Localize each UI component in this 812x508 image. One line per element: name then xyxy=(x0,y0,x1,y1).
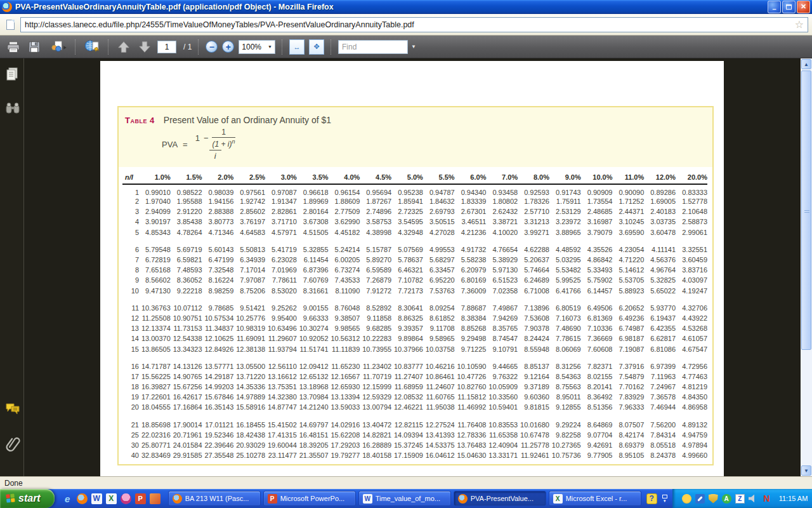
url-field[interactable]: http://classes.lanecc.edu/file.php/24555… xyxy=(20,17,808,32)
pva-value-cell: 6.95220 xyxy=(423,275,455,285)
column-header: 20.0% xyxy=(676,173,707,184)
pva-value-cell: 15.37245 xyxy=(391,440,423,450)
tray-messenger-icon[interactable] xyxy=(682,494,691,504)
pva-value-cell: 0.98039 xyxy=(202,184,234,196)
taskbar-task[interactable]: BA 213 W11 (Pasc... xyxy=(168,491,261,506)
ie-icon[interactable]: e xyxy=(62,493,73,504)
period-cell: 4 xyxy=(122,217,139,227)
tray-volume-icon[interactable] xyxy=(749,494,758,504)
pva-value-cell: 17.16864 xyxy=(171,402,202,412)
pva-value-cell: 11.93794 xyxy=(265,344,297,354)
vertical-scrollbar[interactable]: ▲ ▼ xyxy=(801,58,812,476)
word-icon: W xyxy=(363,494,372,504)
excel-icon[interactable]: X xyxy=(106,493,117,504)
page-number-input[interactable] xyxy=(157,41,176,53)
hide-icons-chevron[interactable]: ▼ xyxy=(662,495,667,503)
pva-value-cell: 13.57771 xyxy=(202,361,234,371)
pva-value-cell: 14.35336 xyxy=(233,382,265,392)
powerpoint-icon[interactable]: P xyxy=(135,493,146,504)
column-header: 7.0% xyxy=(486,173,518,184)
email-attachment-icon[interactable] xyxy=(47,39,69,55)
pva-value-cell: 2.67301 xyxy=(455,206,487,217)
help-icon[interactable]: ? xyxy=(646,493,657,504)
pva-value-cell: 11.29607 xyxy=(265,333,297,344)
zoom-level-select[interactable]: 100% ▼ xyxy=(239,40,275,54)
column-header: 9.0% xyxy=(549,173,581,184)
pva-value-cell: 17.22601 xyxy=(139,392,171,402)
pva-value-cell: 13.16612 xyxy=(265,371,297,382)
pva-value-cell: 13.86505 xyxy=(139,344,171,354)
pva-value-cell: 2.94099 xyxy=(139,206,171,217)
attachment-icon[interactable] xyxy=(4,436,21,452)
pva-value-cell: 7.54879 xyxy=(612,371,644,382)
scroll-up-icon[interactable]: ▲ xyxy=(801,59,811,69)
pva-value-cell: 9.42691 xyxy=(581,440,613,450)
pva-value-cell: 1.71252 xyxy=(612,196,644,206)
print-icon[interactable] xyxy=(5,39,22,55)
pva-value-cell: 4.23054 xyxy=(612,244,644,255)
bookmark-star-icon[interactable]: ☆ xyxy=(795,20,804,30)
pva-value-cell: 2.40183 xyxy=(644,206,676,217)
pva-value-cell: 8.53020 xyxy=(265,286,297,296)
taskbar-task[interactable]: WTime_value_of_mo... xyxy=(358,491,451,506)
search-binoculars-icon[interactable] xyxy=(4,100,21,117)
url-text[interactable]: http://classes.lanecc.edu/file.php/24555… xyxy=(25,20,791,29)
minimize-button[interactable]: – xyxy=(768,1,781,13)
tray-tools-icon[interactable] xyxy=(695,494,705,504)
fit-width-icon[interactable]: ↔ xyxy=(289,39,304,55)
pva-value-cell: 1.80802 xyxy=(486,196,518,206)
pva-value-cell: 9.76322 xyxy=(486,371,518,382)
zoom-in-icon[interactable]: + xyxy=(222,41,234,53)
pva-value-cell: 0.94340 xyxy=(455,184,487,196)
pva-value-cell: 6.20652 xyxy=(612,303,644,313)
toolbar-separator xyxy=(282,39,283,55)
taskbar-task[interactable]: PMicrosoft PowerPo... xyxy=(263,491,356,506)
tray-antivirus-icon[interactable]: A xyxy=(722,494,731,504)
pva-value-cell: 0.92593 xyxy=(518,184,549,196)
close-button[interactable]: ✕ xyxy=(797,1,810,13)
page-up-icon[interactable] xyxy=(115,39,132,55)
pva-value-cell: 17.90014 xyxy=(171,420,202,430)
pva-value-cell: 14.87747 xyxy=(265,402,297,412)
page-down-icon[interactable] xyxy=(136,39,153,55)
zoom-out-icon[interactable]: − xyxy=(206,41,218,53)
taskbar-clock[interactable]: 11:15 AM xyxy=(775,495,808,502)
tray-z-icon[interactable]: Z xyxy=(735,494,745,504)
pva-value-cell: 9.78685 xyxy=(202,303,234,313)
word-icon[interactable]: W xyxy=(91,493,102,504)
tray-novell-icon[interactable]: N xyxy=(762,494,771,504)
period-cell: 40 xyxy=(122,450,139,460)
find-dropdown-icon[interactable]: ▼ xyxy=(409,44,418,50)
pva-value-cell: 8.16224 xyxy=(202,275,234,285)
start-button[interactable]: start xyxy=(0,489,55,508)
pva-value-cell: 2.53129 xyxy=(549,206,581,217)
pva-value-cell: 7.56200 xyxy=(644,420,676,430)
pages-icon[interactable] xyxy=(4,66,21,83)
save-icon[interactable] xyxy=(26,39,43,55)
find-input[interactable] xyxy=(338,40,408,54)
comments-icon[interactable] xyxy=(4,400,21,417)
scrollbar-thumb[interactable] xyxy=(801,70,811,350)
restore-button[interactable] xyxy=(782,1,796,13)
pva-value-cell: 10.30274 xyxy=(297,323,329,333)
pva-value-cell: 1.97040 xyxy=(139,196,171,206)
open-in-viewer-icon[interactable] xyxy=(82,39,102,55)
tray-shield-icon[interactable] xyxy=(709,494,718,504)
fit-page-icon[interactable]: ✥ xyxy=(309,39,324,55)
pva-value-cell: 6.46321 xyxy=(391,265,423,275)
column-header: 1.5% xyxy=(171,173,202,184)
taskbar-task[interactable]: XMicrosoft Excel - r... xyxy=(549,491,641,506)
title-bar[interactable]: PVA-PresentValueOrdinaryAnnuityTable.pdf… xyxy=(0,0,812,14)
period-cell: 8 xyxy=(122,265,139,275)
key-icon[interactable] xyxy=(121,493,131,504)
pva-value-cell: 2.88388 xyxy=(202,206,234,217)
pva-value-cell: 6.19437 xyxy=(644,313,676,323)
pva-value-cell: 15.41502 xyxy=(265,420,297,430)
taskbar-task[interactable]: PVA-PresentValue... xyxy=(454,491,546,506)
firefox-icon[interactable] xyxy=(77,493,88,504)
pva-value-cell: 9.11858 xyxy=(360,313,391,323)
pva-value-cell: 5.97130 xyxy=(486,265,518,275)
pva-value-cell: 21.35507 xyxy=(297,450,329,460)
scroll-down-icon[interactable]: ▼ xyxy=(801,465,811,476)
app-icon-7[interactable] xyxy=(150,493,160,504)
